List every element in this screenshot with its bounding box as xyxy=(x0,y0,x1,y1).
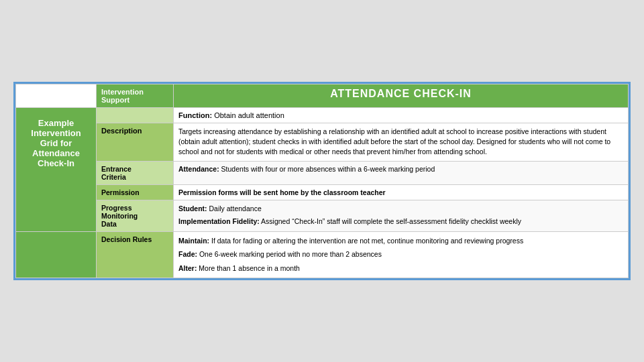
progress-student-line: Student: Daily attendance xyxy=(178,204,623,214)
description-label: Description xyxy=(97,123,174,161)
function-text: Obtain adult attention xyxy=(214,111,284,119)
function-bold: Function: xyxy=(178,111,212,119)
entrance-bold: Attendance: xyxy=(178,165,219,173)
entrance-label-cell: Entrance Criteria xyxy=(97,161,174,184)
decision-fade-line: Fade: One 6-week marking period with no … xyxy=(178,249,623,260)
support-label: Intervention Support xyxy=(97,84,174,107)
decision-label-cell: Decision Rules xyxy=(97,231,174,278)
example-label: Example Intervention Grid for Attendance… xyxy=(21,111,91,175)
left-empty-function: Example Intervention Grid for Attendance… xyxy=(16,107,97,231)
progress-label-cell: Progress Monitoring Data xyxy=(97,200,174,231)
entrance-row: Entrance Criteria Attendance: Students w… xyxy=(16,161,629,184)
header-row: Intervention Support ATTENDANCE CHECK-IN xyxy=(16,84,629,107)
progress-row: Progress Monitoring Data Student: Daily … xyxy=(16,200,629,231)
progress-fidelity-bold: Implementation Fidelity: xyxy=(178,217,260,225)
progress-student-text: Daily attendance xyxy=(209,204,262,213)
permission-row: Permission Permission forms will be sent… xyxy=(16,184,629,200)
decision-content: Maintain: If data for fading or altering… xyxy=(174,231,629,278)
decision-row: Decision Rules Maintain: If data for fad… xyxy=(16,231,629,278)
entrance-content: Attendance: Students with four or more a… xyxy=(174,161,629,184)
function-content: Function: Obtain adult attention xyxy=(174,107,629,123)
permission-content: Permission forms will be sent home by th… xyxy=(174,184,629,200)
decision-alter-line: Alter: More than 1 absence in a month xyxy=(178,263,623,274)
progress-student-bold: Student: xyxy=(178,204,207,213)
description-row: Description Targets increasing attendanc… xyxy=(16,123,629,161)
function-label-cell xyxy=(97,107,174,123)
main-container: Intervention Support ATTENDANCE CHECK-IN… xyxy=(13,82,631,280)
decision-maintain-bold: Maintain: xyxy=(178,237,209,245)
decision-alter-bold: Alter: xyxy=(178,264,197,272)
function-row: Example Intervention Grid for Attendance… xyxy=(16,107,629,123)
decision-maintain-line: Maintain: If data for fading or altering… xyxy=(178,235,623,247)
progress-fidelity-line: Implementation Fidelity: Assigned “Check… xyxy=(178,217,623,227)
description-content: Targets increasing attendance by establi… xyxy=(174,123,629,161)
intervention-grid: Intervention Support ATTENDANCE CHECK-IN… xyxy=(15,84,629,278)
attendance-title: ATTENDANCE CHECK-IN xyxy=(174,84,629,107)
decision-alter-text: More than 1 absence in a month xyxy=(199,264,300,272)
decision-fade-bold: Fade: xyxy=(178,250,197,258)
left-empty-decision xyxy=(16,231,97,278)
permission-label-cell: Permission xyxy=(97,184,174,200)
progress-content: Student: Daily attendance Implementation… xyxy=(174,200,629,231)
decision-maintain-text: If data for fading or altering the inter… xyxy=(211,237,523,245)
progress-fidelity-text: Assigned “Check-In” staff will complete … xyxy=(261,217,521,225)
left-col-empty-header xyxy=(16,84,97,107)
entrance-text: Students with four or more absences with… xyxy=(221,165,435,173)
decision-fade-text: One 6-week marking period with no more t… xyxy=(199,250,382,258)
